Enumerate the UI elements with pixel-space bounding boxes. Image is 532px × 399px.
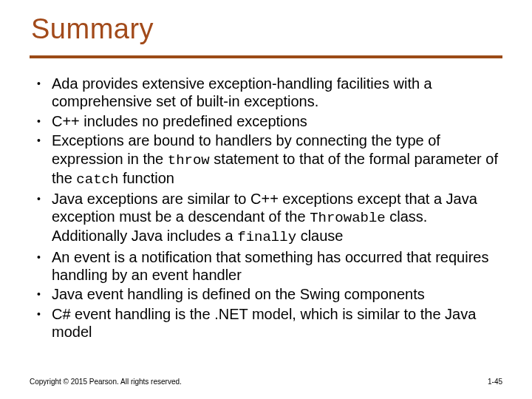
copyright-text: Copyright © 2015 Pearson. All rights res…	[30, 378, 182, 386]
page-number: 1-45	[488, 378, 502, 386]
text-span: C++ includes no predefined exceptions	[52, 113, 307, 129]
text-span: Java event handling is defined on the Sw…	[52, 286, 425, 302]
bullet-item: Java event handling is defined on the Sw…	[34, 285, 502, 303]
title-rule	[30, 55, 502, 58]
bullet-item: C++ includes no predefined exceptions	[34, 112, 502, 130]
code-span: catch	[76, 171, 118, 188]
bullet-item: Exceptions are bound to handlers by conn…	[34, 132, 502, 188]
footer: Copyright © 2015 Pearson. All rights res…	[30, 378, 502, 386]
text-span: function	[118, 170, 174, 186]
text-span: clause	[296, 228, 343, 244]
text-span: Ada provides extensive exception-handlin…	[52, 75, 432, 109]
text-span: An event is a notification that somethin…	[52, 249, 488, 283]
slide: Summary Ada provides extensive exception…	[0, 0, 532, 399]
bullet-item: An event is a notification that somethin…	[34, 248, 502, 284]
slide-title: Summary	[31, 13, 502, 45]
bullet-item: Ada provides extensive exception-handlin…	[34, 75, 502, 111]
code-span: Throwable	[310, 210, 386, 226]
bullet-list: Ada provides extensive exception-handlin…	[30, 75, 502, 341]
text-span: C# event handling is the .NET model, whi…	[52, 306, 476, 340]
code-span: finally	[237, 229, 296, 245]
bullet-item: C# event handling is the .NET model, whi…	[34, 305, 502, 341]
code-span: throw	[168, 152, 210, 168]
bullet-item: Java exceptions are similar to C++ excep…	[34, 190, 502, 247]
